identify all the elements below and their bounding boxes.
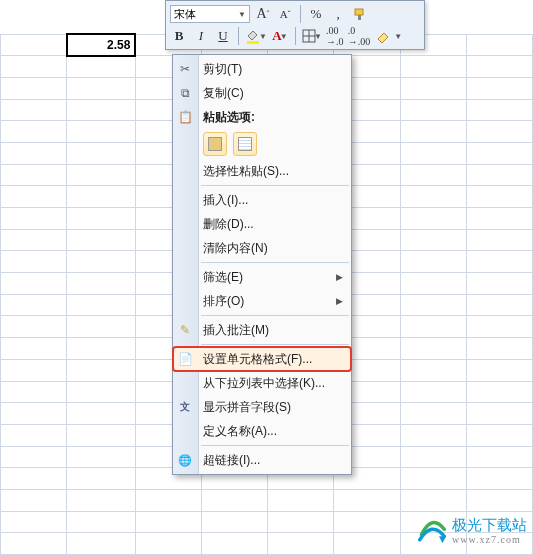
menu-item-insert-comment[interactable]: 插入批注(M) bbox=[173, 318, 351, 342]
menu-label: 超链接(I)... bbox=[203, 452, 260, 469]
brush-icon bbox=[353, 7, 367, 21]
format-cells-icon bbox=[177, 351, 193, 367]
menu-label: 插入(I)... bbox=[203, 192, 248, 209]
chevron-down-icon: ▼ bbox=[238, 10, 246, 19]
menu-separator bbox=[201, 185, 349, 186]
decrease-decimal-button[interactable]: .0→.00 bbox=[348, 27, 371, 45]
menu-label: 复制(C) bbox=[203, 85, 244, 102]
menu-label: 设置单元格格式(F)... bbox=[203, 351, 312, 368]
svg-rect-0 bbox=[355, 9, 363, 15]
pinyin-icon bbox=[177, 399, 193, 415]
menu-label: 粘贴选项: bbox=[203, 109, 255, 126]
chevron-down-icon: ▼ bbox=[314, 32, 322, 41]
paste-option-keep-source[interactable] bbox=[203, 132, 227, 156]
grow-font-button[interactable]: Aˆ bbox=[254, 5, 272, 23]
paste-options-row bbox=[173, 129, 351, 159]
comma-style-button[interactable]: , bbox=[329, 5, 347, 23]
globe-link-icon bbox=[177, 452, 193, 468]
menu-item-insert[interactable]: 插入(I)... bbox=[173, 188, 351, 212]
separator bbox=[295, 27, 296, 45]
menu-item-filter[interactable]: 筛选(E) ▶ bbox=[173, 265, 351, 289]
menu-label: 定义名称(A)... bbox=[203, 423, 277, 440]
menu-item-clear-contents[interactable]: 清除内容(N) bbox=[173, 236, 351, 260]
eraser-icon bbox=[376, 29, 390, 43]
borders-button[interactable]: ▼ bbox=[302, 27, 322, 45]
menu-item-copy[interactable]: 复制(C) bbox=[173, 81, 351, 105]
menu-separator bbox=[201, 262, 349, 263]
watermark-url: www.xz7.com bbox=[452, 535, 527, 545]
font-name-combo[interactable]: 宋体 ▼ bbox=[170, 5, 250, 23]
copy-icon bbox=[177, 85, 193, 101]
chevron-down-icon: ▼ bbox=[394, 32, 402, 41]
fill-color-button[interactable]: ▼ bbox=[245, 27, 267, 45]
chevron-down-icon: ▼ bbox=[280, 32, 288, 41]
menu-separator bbox=[201, 344, 349, 345]
bold-button[interactable]: B bbox=[170, 27, 188, 45]
cell[interactable] bbox=[1, 34, 67, 56]
submenu-arrow-icon: ▶ bbox=[336, 296, 343, 306]
menu-item-delete[interactable]: 删除(D)... bbox=[173, 212, 351, 236]
menu-label: 从下拉列表中选择(K)... bbox=[203, 375, 325, 392]
menu-separator bbox=[201, 315, 349, 316]
menu-item-hyperlink[interactable]: 超链接(I)... bbox=[173, 448, 351, 472]
mini-toolbar: 宋体 ▼ Aˆ Aˇ % , B I U ▼ A ▼ ▼ .00→.0 bbox=[165, 0, 425, 50]
menu-item-paste-options: 粘贴选项: bbox=[173, 105, 351, 129]
watermark: 极光下载站 www.xz7.com bbox=[418, 516, 527, 545]
menu-item-show-pinyin[interactable]: 显示拼音字段(S) bbox=[173, 395, 351, 419]
menu-label: 删除(D)... bbox=[203, 216, 254, 233]
shrink-font-button[interactable]: Aˇ bbox=[276, 5, 294, 23]
menu-separator bbox=[201, 445, 349, 446]
increase-decimal-button[interactable]: .00→.0 bbox=[326, 27, 344, 45]
selected-cell[interactable]: 2.58 bbox=[67, 34, 136, 56]
scissors-icon bbox=[177, 61, 193, 77]
chevron-down-icon: ▼ bbox=[259, 32, 267, 41]
clear-button[interactable] bbox=[374, 27, 392, 45]
menu-item-sort[interactable]: 排序(O) ▶ bbox=[173, 289, 351, 313]
menu-label: 显示拼音字段(S) bbox=[203, 399, 291, 416]
menu-label: 剪切(T) bbox=[203, 61, 242, 78]
menu-item-define-name[interactable]: 定义名称(A)... bbox=[173, 419, 351, 443]
separator bbox=[238, 27, 239, 45]
comment-icon bbox=[177, 322, 193, 338]
menu-item-pick-from-list[interactable]: 从下拉列表中选择(K)... bbox=[173, 371, 351, 395]
paste-option-values[interactable] bbox=[233, 132, 257, 156]
separator bbox=[300, 5, 301, 23]
menu-label: 排序(O) bbox=[203, 293, 244, 310]
context-menu: 剪切(T) 复制(C) 粘贴选项: 选择性粘贴(S)... 插入(I)... 删… bbox=[172, 54, 352, 475]
menu-item-format-cells[interactable]: 设置单元格格式(F)... bbox=[173, 347, 351, 371]
menu-label: 插入批注(M) bbox=[203, 322, 269, 339]
submenu-arrow-icon: ▶ bbox=[336, 272, 343, 282]
watermark-logo-icon bbox=[418, 517, 446, 545]
svg-rect-2 bbox=[247, 41, 259, 44]
menu-label: 清除内容(N) bbox=[203, 240, 268, 257]
clipboard-icon bbox=[177, 109, 193, 125]
font-name-value: 宋体 bbox=[174, 7, 196, 22]
menu-item-cut[interactable]: 剪切(T) bbox=[173, 57, 351, 81]
menu-label: 选择性粘贴(S)... bbox=[203, 163, 289, 180]
menu-item-paste-special[interactable]: 选择性粘贴(S)... bbox=[173, 159, 351, 183]
menu-label: 筛选(E) bbox=[203, 269, 243, 286]
percent-style-button[interactable]: % bbox=[307, 5, 325, 23]
svg-marker-6 bbox=[439, 536, 446, 543]
watermark-title: 极光下载站 bbox=[452, 517, 527, 533]
underline-button[interactable]: U bbox=[214, 27, 232, 45]
svg-rect-1 bbox=[358, 15, 361, 20]
italic-button[interactable]: I bbox=[192, 27, 210, 45]
format-painter-button[interactable] bbox=[351, 5, 369, 23]
font-color-button[interactable]: A ▼ bbox=[271, 27, 289, 45]
